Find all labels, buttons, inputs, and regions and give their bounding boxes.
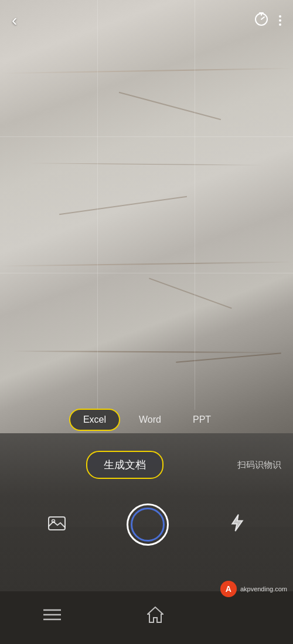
svg-marker-10 <box>148 607 163 622</box>
camera-action-bar: 生成文档 扫码 识物 识 <box>0 445 293 485</box>
doc-type-ppt[interactable]: PPT <box>180 410 224 430</box>
dot3 <box>279 23 281 26</box>
nav-home-button[interactable] <box>147 606 163 624</box>
flash-button[interactable] <box>229 513 246 536</box>
identify2-button[interactable]: 识 <box>272 460 281 471</box>
doc-type-excel[interactable]: Excel <box>69 409 120 431</box>
stone-crack-2 <box>29 163 264 165</box>
gallery-button[interactable] <box>47 513 66 536</box>
grid-line-h1 <box>0 136 293 137</box>
generate-btn-container: 生成文档 <box>12 451 237 479</box>
more-dots-icon <box>279 15 281 26</box>
doc-type-selector: Excel Word PPT <box>0 404 293 436</box>
scan-label-text: 扫码 <box>237 460 255 470</box>
stone-crack-1 <box>0 68 293 74</box>
app: ‹ Excel <box>0 0 293 644</box>
stone-diag-crack-2 <box>59 196 187 215</box>
home-icon <box>147 606 163 624</box>
back-button[interactable]: ‹ <box>12 11 17 30</box>
svg-marker-6 <box>232 514 243 530</box>
scan-code-button[interactable]: 扫码 <box>237 460 255 471</box>
gallery-icon <box>47 513 66 532</box>
watermark-site-text: akpvending.com <box>240 585 287 592</box>
stone-crack-4 <box>12 351 281 353</box>
stone-diag-crack-4 <box>176 352 281 362</box>
nav-menu-button[interactable] <box>43 608 61 621</box>
nav-bar <box>0 591 293 644</box>
generate-document-button[interactable]: 生成文档 <box>86 451 163 479</box>
timer-button[interactable] <box>253 11 270 31</box>
watermark-logo-letter: A <box>226 584 231 594</box>
more-options-button[interactable] <box>279 15 281 26</box>
doc-type-word[interactable]: Word <box>126 410 174 430</box>
watermark-logo: A <box>220 581 237 597</box>
watermark: A akpvending.com <box>220 581 287 597</box>
timer-icon <box>253 11 270 27</box>
stone-crack-3 <box>0 262 293 267</box>
menu-icon <box>43 608 61 621</box>
shutter-button[interactable] <box>127 503 169 546</box>
flash-icon <box>229 513 246 532</box>
stone-diag-crack-1 <box>119 92 221 120</box>
identify2-label-text: 识 <box>272 460 281 470</box>
dot2 <box>279 19 281 22</box>
generate-btn-label: 生成文档 <box>104 459 146 471</box>
svg-line-2 <box>261 17 264 19</box>
ppt-label: PPT <box>193 415 211 424</box>
shutter-row <box>0 498 293 551</box>
shutter-inner-ring <box>131 508 165 542</box>
grid-line-h2 <box>0 273 293 273</box>
top-right-controls <box>253 11 281 31</box>
excel-label: Excel <box>83 415 106 424</box>
stone-diag-crack-3 <box>149 278 231 309</box>
grid-line-v2 <box>195 0 195 410</box>
identify-label-text: 识物 <box>255 460 272 470</box>
word-label: Word <box>139 415 161 424</box>
top-bar: ‹ <box>0 0 293 41</box>
dot1 <box>279 15 281 18</box>
identify-button[interactable]: 识物 <box>255 460 272 471</box>
grid-line-v1 <box>97 0 98 410</box>
